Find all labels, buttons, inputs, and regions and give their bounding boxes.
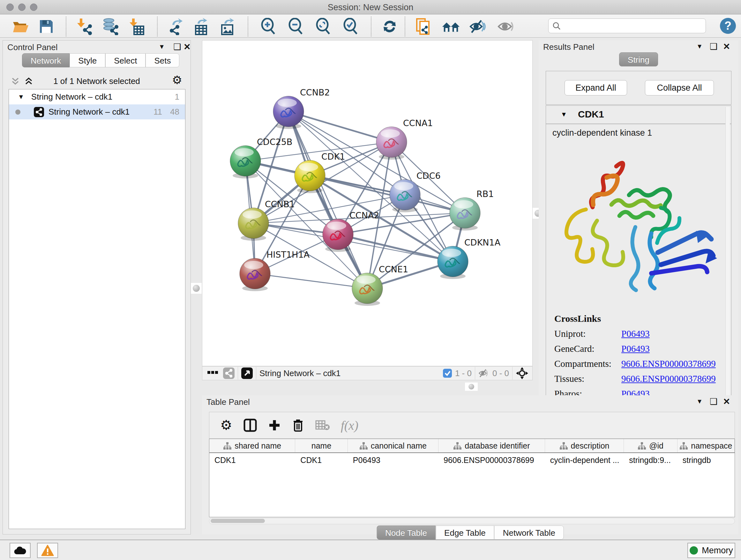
results-panel-menu-icon[interactable]: ▼	[696, 43, 703, 50]
import-table-button[interactable]	[128, 17, 146, 36]
table-cell[interactable]: P06493	[348, 453, 439, 467]
table-cell[interactable]: stringdb:9...	[624, 453, 677, 467]
table-cell[interactable]: CDK1	[209, 453, 295, 467]
show-columns-icon[interactable]	[243, 418, 257, 432]
table-panel-menu-icon[interactable]: ▼	[696, 398, 703, 405]
column-header[interactable]: canonical name	[348, 439, 439, 452]
network-collection-row[interactable]: ▼ String Network – cdk1 1	[9, 89, 185, 105]
network-edge[interactable]	[310, 176, 465, 213]
control-panel-close-icon[interactable]: ✕	[184, 42, 191, 52]
show-all-button[interactable]	[496, 17, 515, 36]
export-network-button[interactable]	[166, 17, 185, 36]
gene-expander-icon[interactable]: ▼	[561, 111, 567, 118]
results-panel-float-icon[interactable]: ❑	[710, 42, 718, 52]
network-node[interactable]	[450, 198, 480, 231]
results-scrollbar[interactable]	[725, 107, 730, 410]
network-node[interactable]	[437, 246, 468, 279]
import-network-database-button[interactable]	[102, 17, 120, 36]
export-image-button[interactable]	[218, 17, 237, 36]
network-row[interactable]: String Network – cdk1 11 48	[9, 105, 185, 119]
table-cell[interactable]: 9606.ENSP00000378699	[439, 453, 545, 467]
network-node[interactable]	[230, 145, 261, 179]
table-panel-title: Table Panel	[206, 397, 250, 407]
save-session-button[interactable]	[37, 17, 56, 36]
results-panel-close-icon[interactable]: ✕	[723, 42, 730, 52]
function-builder-icon: f(x)	[341, 418, 359, 433]
tab-style[interactable]: Style	[70, 53, 105, 67]
footer-separator	[238, 367, 238, 380]
copy-network-icon	[415, 17, 431, 36]
tab-node-table[interactable]: Node Table	[377, 525, 435, 540]
tab-string[interactable]: String	[619, 52, 658, 66]
hidden-eye-slash-icon[interactable]	[478, 368, 490, 378]
network-node[interactable]	[294, 160, 325, 193]
network-node[interactable]	[352, 273, 383, 306]
table-horizontal-scrollbar[interactable]	[209, 518, 735, 524]
table-options-gear-icon[interactable]: ⚙	[220, 419, 232, 432]
table-row[interactable]: CDK1CDK1P064939606.ENSP00000378699cyclin…	[209, 453, 735, 467]
collapse-all-button[interactable]: Collapse All	[645, 80, 714, 96]
selected-checkbox-icon[interactable]	[443, 369, 452, 378]
tab-sets[interactable]: Sets	[145, 53, 179, 67]
delete-column-trash-icon[interactable]	[292, 418, 305, 432]
column-header-label: name	[312, 441, 332, 450]
control-panel-float-icon[interactable]: ❑	[173, 42, 181, 52]
network-options-gear-icon[interactable]: ⚙	[172, 74, 182, 86]
refresh-button[interactable]	[381, 17, 399, 36]
tab-network[interactable]: Network	[22, 53, 70, 67]
network-node[interactable]	[376, 127, 407, 160]
column-header[interactable]: shared name	[209, 439, 295, 452]
table-panel-close-icon[interactable]: ✕	[723, 396, 730, 407]
network-node[interactable]	[390, 179, 420, 212]
control-panel-menu-icon[interactable]: ▼	[158, 43, 165, 51]
import-network-file-button[interactable]	[75, 17, 94, 36]
birdseye-navigator-icon[interactable]	[516, 367, 529, 380]
network-edge[interactable]	[288, 111, 367, 288]
left-splitter-handle[interactable]	[191, 283, 202, 294]
crosslink-link[interactable]: 9606.ENSP00000378699	[621, 359, 716, 369]
network-edge[interactable]	[288, 111, 392, 142]
column-header[interactable]: database identifier	[439, 439, 545, 452]
column-header[interactable]: name	[295, 439, 347, 452]
table-cell[interactable]: stringdb	[677, 453, 735, 467]
crosslink-link[interactable]: P06493	[621, 328, 650, 339]
memory-button[interactable]: Memory	[687, 543, 735, 558]
network-share-badge-icon[interactable]	[223, 368, 234, 379]
column-header[interactable]: namespace	[677, 439, 735, 452]
zoom-selected-button[interactable]	[341, 17, 360, 36]
table-cell[interactable]: CDK1	[295, 453, 347, 467]
network-canvas[interactable]: CCNB2CCNA1CDC25BCDK1CDC6RB1CCNB1CCNA2CDK…	[202, 40, 533, 366]
expand-all-button[interactable]: Expand All	[564, 80, 627, 96]
zoom-fit-button[interactable]	[314, 17, 333, 36]
gene-header-row[interactable]: ▼ CDK1	[546, 106, 731, 124]
detach-view-icon[interactable]	[241, 368, 253, 379]
protein-structure-image	[556, 147, 722, 307]
crosslink-link[interactable]: 9606.ENSP00000378699	[621, 374, 716, 384]
zoom-in-button[interactable]	[259, 17, 278, 36]
clone-network-button[interactable]	[414, 17, 433, 36]
first-neighbors-button[interactable]	[442, 17, 460, 36]
network-node[interactable]	[240, 258, 270, 291]
search-input[interactable]	[561, 21, 698, 30]
tab-edge-table[interactable]: Edge Table	[435, 525, 494, 540]
export-table-button[interactable]	[192, 17, 211, 36]
table-cell[interactable]: cyclin-dependent ...	[545, 453, 624, 467]
tree-expander-icon[interactable]: ▼	[18, 93, 24, 101]
column-header[interactable]: @id	[624, 439, 677, 452]
tab-select[interactable]: Select	[105, 53, 145, 67]
network-node[interactable]	[238, 208, 269, 241]
crosslink-link[interactable]: P06493	[621, 344, 650, 354]
tab-network-table[interactable]: Network Table	[494, 525, 564, 540]
table-panel-float-icon[interactable]: ❑	[710, 396, 718, 407]
bottom-splitter-handle[interactable]	[465, 382, 478, 391]
warnings-button[interactable]	[37, 543, 58, 558]
add-column-icon[interactable]	[268, 419, 281, 432]
cloud-status-button[interactable]	[10, 543, 30, 558]
grid-view-icon[interactable]	[207, 371, 218, 376]
hide-selected-button[interactable]	[469, 17, 488, 36]
column-header[interactable]: description	[545, 439, 624, 452]
open-session-button[interactable]	[11, 17, 30, 36]
help-button[interactable]: ?	[720, 18, 736, 34]
zoom-out-button[interactable]	[286, 17, 305, 36]
network-edge[interactable]	[255, 273, 367, 288]
